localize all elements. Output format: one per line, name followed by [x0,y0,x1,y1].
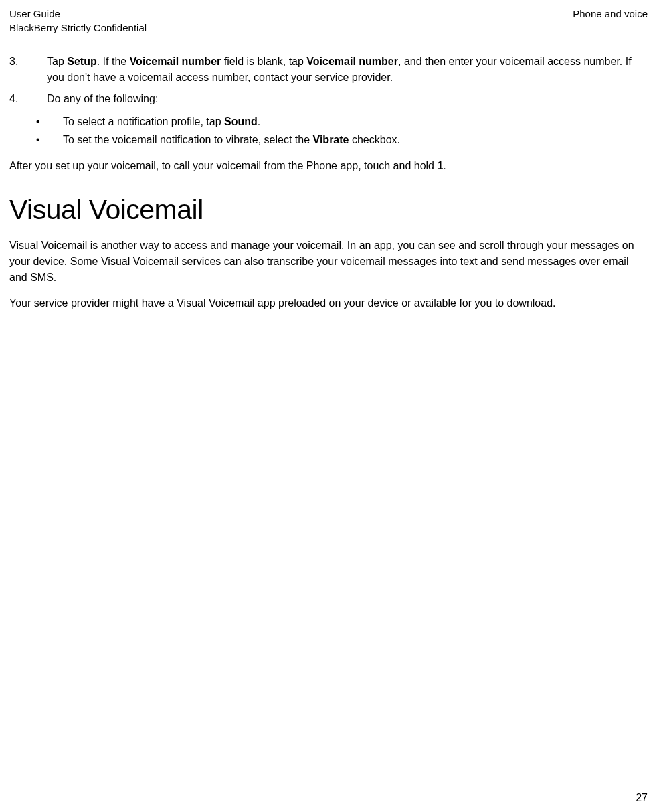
step-3-text-2: . If the [97,56,130,67]
step-3-body: Tap Setup. If the Voicemail number field… [47,54,648,86]
step-4-body: Do any of the following: [47,91,648,107]
step-4-text: Do any of the following: [47,93,158,104]
bullet-sound-body: To select a notification profile, tap So… [63,112,260,131]
vv-para-2: Your service provider might have a Visua… [9,295,648,311]
section-title-visual-voicemail: Visual Voicemail [9,194,648,226]
bullet-dot-2: • [36,131,63,149]
page-header: User Guide BlackBerry Strictly Confident… [9,7,648,35]
step-4-number: 4. [9,91,47,107]
step-3-number: 3. [9,54,47,86]
bullet-vibrate-body: To set the voicemail notification to vib… [63,131,400,149]
bullet-dot-1: • [36,112,63,131]
step-3-bold-vmnumber-2: Voicemail number [306,56,398,67]
step-3-bold-setup: Setup [67,56,96,67]
step-3-text-1: Tap [47,56,67,67]
bullet-vibrate-text-1: To set the voicemail notification to vib… [63,134,313,145]
bullet-vibrate-bold: Vibrate [313,134,349,145]
bullet-sound-bold: Sound [224,116,258,127]
step-3-text-3: field is blank, tap [221,56,306,67]
header-section: Phone and voice [573,7,648,21]
step-3-bold-vmnumber-1: Voicemail number [130,56,221,67]
step-4-bullets: • To select a notification profile, tap … [9,112,648,149]
bullet-sound-text-1: To select a notification profile, tap [63,116,224,127]
step-4: 4. Do any of the following: [9,91,648,107]
header-user-guide: User Guide [9,7,147,21]
bullet-sound: • To select a notification profile, tap … [36,112,648,131]
header-left: User Guide BlackBerry Strictly Confident… [9,7,147,35]
vv-para-1: Visual Voicemail is another way to acces… [9,238,648,286]
page-number: 27 [636,792,648,804]
bullet-vibrate-text-2: checkbox. [349,134,399,145]
bullet-sound-text-2: . [258,116,260,127]
after-text-2: . [443,160,446,171]
header-right: Phone and voice [573,7,648,35]
header-confidential: BlackBerry Strictly Confidential [9,21,147,35]
after-text-1: After you set up your voicemail, to call… [9,160,437,171]
after-setup-para: After you set up your voicemail, to call… [9,158,648,174]
bullet-vibrate: • To set the voicemail notification to v… [36,131,648,149]
step-3: 3. Tap Setup. If the Voicemail number fi… [9,54,648,86]
